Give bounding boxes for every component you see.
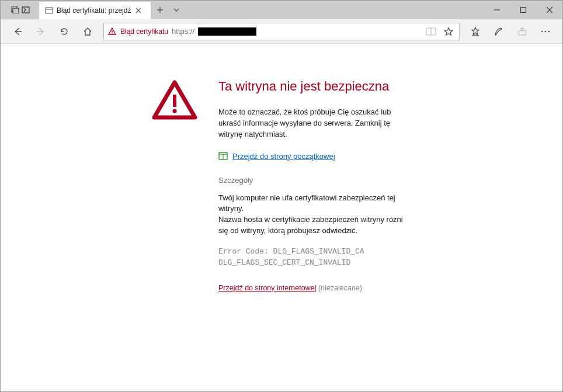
back-button[interactable] xyxy=(6,22,29,41)
more-icon[interactable] xyxy=(534,22,557,41)
titlebar: Błąd certyfikatu: przejdź xyxy=(1,1,562,19)
details-heading: Szczegóły xyxy=(218,176,411,185)
toolbar: Błąd certyfikatu https:// xyxy=(1,19,562,44)
url-host-redacted xyxy=(198,27,256,36)
error-title: Ta witryna nie jest bezpieczna xyxy=(218,79,411,94)
url-scheme: https:// xyxy=(172,27,194,36)
proceed-note: (niezalecane) xyxy=(316,284,362,292)
close-window-button[interactable] xyxy=(536,1,562,19)
refresh-button[interactable] xyxy=(53,22,75,41)
proceed-anyway-link[interactable]: Przejdź do strony internetowej xyxy=(218,284,316,292)
svg-rect-1 xyxy=(13,8,19,13)
cert-warning-icon xyxy=(107,27,117,36)
reading-view-icon[interactable] xyxy=(424,27,438,36)
tab-preview-icon[interactable] xyxy=(11,6,18,13)
tab-title: Błąd certyfikatu: przejdź xyxy=(57,6,131,15)
share-icon[interactable] xyxy=(511,22,533,41)
svg-point-16 xyxy=(548,30,550,32)
maximize-button[interactable] xyxy=(510,1,536,19)
svg-point-8 xyxy=(112,33,113,34)
svg-point-18 xyxy=(172,109,176,113)
close-tab-button[interactable] xyxy=(134,6,143,15)
favorite-star-icon[interactable] xyxy=(442,27,456,36)
svg-rect-3 xyxy=(46,8,53,13)
tab-actions-chevron-icon[interactable] xyxy=(169,1,184,19)
tab-favicon xyxy=(45,6,53,15)
svg-rect-6 xyxy=(520,8,526,13)
forward-button[interactable] xyxy=(30,22,52,41)
page-content: Ta witryna nie jest bezpieczna Może to o… xyxy=(1,44,562,292)
svg-point-15 xyxy=(545,30,546,32)
error-body: Może to oznaczać, że ktoś próbuje Cię os… xyxy=(218,107,411,140)
favorites-list-icon[interactable] xyxy=(464,22,486,41)
svg-point-14 xyxy=(541,30,543,32)
window-controls xyxy=(484,1,562,19)
cert-status-label: Błąd certyfikatu xyxy=(120,27,168,36)
set-aside-tabs-icon[interactable] xyxy=(22,6,29,13)
go-home-link[interactable]: Przejdź do strony początkowej xyxy=(232,152,335,161)
web-note-icon[interactable] xyxy=(488,22,510,41)
home-button[interactable] xyxy=(77,22,99,41)
new-tab-button[interactable] xyxy=(151,1,169,19)
minimize-button[interactable] xyxy=(484,1,510,19)
error-code: Error Code: DLG_FLAGS_INVALID_CA DLG_FLA… xyxy=(218,246,411,269)
titlebar-spacer xyxy=(184,1,484,19)
details-text: Twój komputer nie ufa certyfikatowi zabe… xyxy=(218,193,411,237)
browser-tab[interactable]: Błąd certyfikatu: przejdź xyxy=(39,2,151,19)
home-page-icon xyxy=(218,152,228,160)
tabstrip-actions xyxy=(1,1,39,19)
warning-triangle-icon xyxy=(152,79,199,292)
svg-rect-17 xyxy=(173,95,176,107)
address-bar[interactable]: Błąd certyfikatu https:// xyxy=(103,23,460,40)
